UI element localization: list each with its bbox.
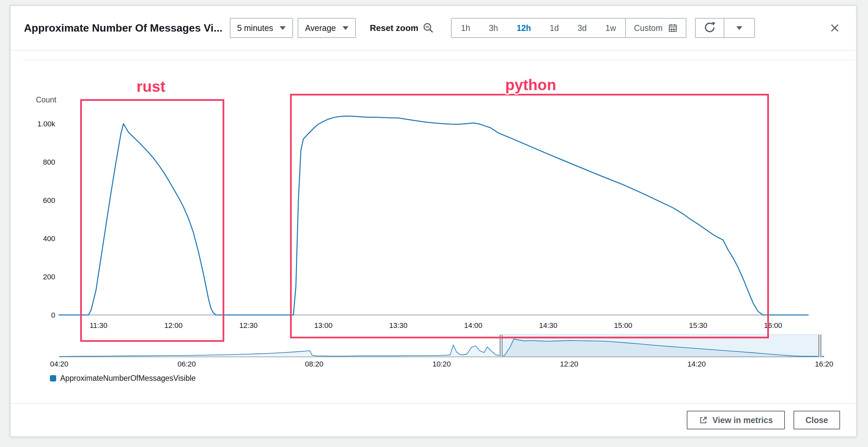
chart-legend[interactable]: ApproximateNumberOfMessagesVisible bbox=[50, 374, 195, 383]
time-range-12h[interactable]: 12h bbox=[507, 19, 540, 37]
close-icon[interactable] bbox=[827, 20, 843, 36]
legend-label: ApproximateNumberOfMessagesVisible bbox=[60, 374, 195, 383]
close-button[interactable]: Close bbox=[794, 411, 840, 429]
reset-zoom-label: Reset zoom bbox=[370, 23, 418, 33]
custom-range-label: Custom bbox=[634, 23, 662, 33]
view-in-metrics-button[interactable]: View in metrics bbox=[687, 411, 785, 429]
custom-range-button[interactable]: Custom bbox=[625, 19, 686, 37]
legend-color-swatch bbox=[50, 375, 56, 382]
time-range-group: 1h 3h 12h 1d 3d 1w Custom bbox=[451, 18, 686, 38]
modal-footer: View in metrics Close bbox=[11, 403, 856, 436]
metric-details-modal: Approximate Number Of Messages Vi... 5 m… bbox=[10, 5, 857, 437]
zoom-out-icon bbox=[422, 22, 434, 34]
chevron-down-icon bbox=[280, 26, 286, 30]
refresh-icon bbox=[703, 22, 716, 34]
modal-title: Approximate Number Of Messages Vi... bbox=[24, 22, 222, 34]
time-range-3h[interactable]: 3h bbox=[479, 19, 507, 37]
chevron-down-icon bbox=[343, 26, 348, 30]
statistic-value: Average bbox=[305, 23, 336, 33]
external-link-icon bbox=[699, 416, 708, 425]
close-button-label: Close bbox=[805, 415, 828, 425]
chevron-down-icon bbox=[736, 26, 742, 30]
period-value: 5 minutes bbox=[237, 23, 273, 33]
time-range-1h[interactable]: 1h bbox=[452, 19, 479, 37]
calendar-icon bbox=[668, 23, 678, 33]
time-range-3d[interactable]: 3d bbox=[568, 19, 596, 37]
time-range-1w[interactable]: 1w bbox=[596, 19, 625, 37]
statistic-dropdown[interactable]: Average bbox=[298, 18, 356, 38]
reset-zoom-button[interactable]: Reset zoom bbox=[370, 22, 434, 34]
content-divider bbox=[23, 60, 855, 60]
time-range-1d[interactable]: 1d bbox=[540, 19, 568, 37]
page-background: Approximate Number Of Messages Vi... 5 m… bbox=[0, 0, 868, 447]
refresh-split-button bbox=[695, 18, 755, 38]
modal-header: Approximate Number Of Messages Vi... 5 m… bbox=[11, 6, 856, 51]
refresh-button[interactable] bbox=[696, 19, 724, 37]
view-in-metrics-label: View in metrics bbox=[712, 415, 773, 425]
period-dropdown[interactable]: 5 minutes bbox=[230, 18, 293, 38]
refresh-options-button[interactable] bbox=[724, 19, 754, 37]
